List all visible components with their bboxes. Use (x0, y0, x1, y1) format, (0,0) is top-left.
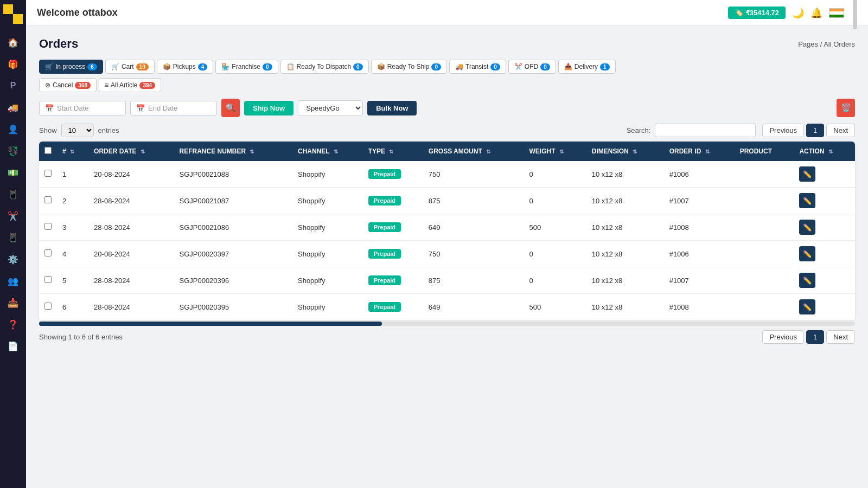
tab-ready-to-ship[interactable]: 📦 Ready To Ship 0 (371, 60, 447, 74)
tab-transist[interactable]: 🚚 Transist 0 (449, 60, 506, 74)
tab2-cancel[interactable]: ⊗ Cancel 368 (39, 78, 97, 92)
select-all-header[interactable] (39, 142, 57, 161)
checkbox-4[interactable] (44, 276, 52, 283)
checkbox-1[interactable] (44, 196, 52, 203)
entries-select[interactable]: 5 10 25 50 100 (61, 124, 94, 137)
sidebar-item-money[interactable]: 💵 (3, 163, 23, 182)
next-button-bottom[interactable]: Next (826, 330, 855, 344)
row-checkbox-0[interactable] (39, 161, 57, 188)
sidebar-item-inbox[interactable]: 📥 (3, 293, 23, 312)
sidebar-item-users[interactable]: 👥 (3, 271, 23, 291)
flag-icon[interactable] (829, 8, 844, 18)
table-scrollbar[interactable] (39, 322, 855, 326)
tab-pickups[interactable]: 📦 Pickups 4 (157, 60, 214, 74)
row-action-3[interactable]: ✏️ (794, 241, 855, 267)
tab-cart[interactable]: 🛒 Cart 10 (105, 60, 155, 74)
sidebar-item-exchange[interactable]: 💱 (3, 141, 23, 160)
col-channel[interactable]: CHANNEL ⇅ (292, 142, 363, 161)
moon-icon[interactable]: 🌙 (792, 7, 804, 19)
sidebar-item-doc[interactable]: 📄 (3, 336, 23, 356)
select-all-checkbox[interactable] (44, 147, 52, 154)
sidebar-item-shipping[interactable]: 🚚 (3, 98, 23, 117)
next-button-top[interactable]: Next (826, 124, 855, 137)
checkbox-2[interactable] (44, 223, 52, 230)
page-header: Orders Pages / All Orders (39, 37, 855, 51)
row-order-id-5: #1008 (664, 294, 735, 320)
tab-ofd[interactable]: ✂️ OFD 0 (508, 60, 556, 74)
sidebar-item-help[interactable]: ❓ (3, 314, 23, 334)
table-scrollbar-thumb[interactable] (39, 322, 382, 326)
row-type-0: Prepaid (363, 161, 423, 188)
edit-button-2[interactable]: ✏️ (799, 220, 815, 235)
col-refrance-number[interactable]: REFRANCE NUMBER ⇅ (174, 142, 292, 161)
tab-ready-to-dispatch[interactable]: 📋 Ready To Dispatch 0 (280, 60, 369, 74)
delete-button[interactable]: 🗑️ (837, 99, 855, 117)
calendar-icon-2: 📅 (136, 104, 145, 112)
col-gross-amount[interactable]: GROSS AMOUNT ⇅ (423, 142, 524, 161)
sidebar-item-mobile[interactable]: 📱 (3, 184, 23, 204)
tab-in-process[interactable]: 🛒 In process 6 (39, 60, 103, 74)
row-checkbox-5[interactable] (39, 294, 57, 320)
scrollbar[interactable] (853, 0, 857, 29)
edit-button-3[interactable]: ✏️ (799, 246, 815, 261)
row-action-0[interactable]: ✏️ (794, 161, 855, 188)
ship-now-button[interactable]: Ship Now (244, 101, 293, 115)
row-action-5[interactable]: ✏️ (794, 294, 855, 320)
prev-button-bottom[interactable]: Previous (762, 330, 804, 344)
balance-badge[interactable]: 🏷️ ₹35414.72 (728, 7, 786, 19)
col-order-id[interactable]: ORDER ID ⇅ (664, 142, 735, 161)
notification-icon[interactable]: 🔔 (810, 7, 822, 19)
prev-button-top[interactable]: Previous (762, 124, 804, 137)
search-button[interactable]: 🔍 (221, 99, 240, 117)
row-type-2: Prepaid (363, 214, 423, 241)
sidebar-item-p[interactable]: P (3, 76, 23, 95)
tab-icon-ready-to-dispatch: 📋 (286, 63, 295, 70)
search-input[interactable] (655, 124, 756, 137)
tab-franchise[interactable]: 🏪 Franchise 0 (215, 60, 278, 74)
col-weight[interactable]: WEIGHT ⇅ (524, 142, 586, 161)
row-checkbox-1[interactable] (39, 188, 57, 214)
tab2-all-article[interactable]: ≡ All Article 394 (99, 78, 161, 92)
start-date-input[interactable]: 📅 Start Date (39, 101, 126, 115)
row-checkbox-4[interactable] (39, 267, 57, 294)
col-type[interactable]: TYPE ⇅ (363, 142, 423, 161)
sidebar-item-settings[interactable]: ⚙️ (3, 249, 23, 269)
sidebar-item-user[interactable]: 👤 (3, 119, 23, 139)
end-date-input[interactable]: 📅 End Date (130, 101, 217, 115)
checkbox-0[interactable] (44, 170, 52, 177)
row-action-1[interactable]: ✏️ (794, 188, 855, 214)
edit-button-1[interactable]: ✏️ (799, 193, 815, 208)
breadcrumb: Pages / All Orders (798, 40, 855, 48)
tab-badge-ready-to-dispatch: 0 (353, 63, 363, 70)
edit-button-0[interactable]: ✏️ (799, 166, 815, 182)
row-channel-3: Shoppify (292, 241, 363, 267)
row-action-2[interactable]: ✏️ (794, 214, 855, 241)
page-1-button-top[interactable]: 1 (806, 124, 824, 137)
logo[interactable] (3, 4, 23, 24)
sidebar-item-gift[interactable]: 🎁 (3, 54, 23, 74)
sidebar-item-scissors[interactable]: ✂️ (3, 206, 23, 226)
col-action[interactable]: ACTION ⇅ (794, 142, 855, 161)
row-action-4[interactable]: ✏️ (794, 267, 855, 294)
tab-badge-cart: 10 (136, 63, 149, 70)
checkbox-5[interactable] (44, 303, 52, 310)
sidebar-item-home[interactable]: 🏠 (3, 33, 23, 52)
courier-dropdown[interactable]: SpeedyGo Other (298, 100, 363, 116)
topbar-title: Welcome ottabox (37, 7, 118, 18)
tab-delivery[interactable]: 📥 Delivery 1 (558, 60, 616, 74)
search-box: Search: (627, 124, 756, 137)
row-checkbox-3[interactable] (39, 241, 57, 267)
checkbox-3[interactable] (44, 249, 52, 256)
row-weight-4: 0 (524, 267, 586, 294)
bulk-now-button[interactable]: Bulk Now (367, 101, 417, 115)
row-checkbox-2[interactable] (39, 214, 57, 241)
edit-button-4[interactable]: ✏️ (799, 273, 815, 288)
table-row: 2 28-08-2024 SGJP00021087 Shoppify Prepa… (39, 188, 855, 214)
col-dimension[interactable]: DIMENSION ⇅ (586, 142, 664, 161)
table-row: 1 20-08-2024 SGJP00021088 Shoppify Prepa… (39, 161, 855, 188)
sidebar-item-tablet[interactable]: 📱 (3, 228, 23, 247)
edit-button-5[interactable]: ✏️ (799, 299, 815, 314)
page-1-button-bottom[interactable]: 1 (806, 330, 824, 344)
col-order-date[interactable]: ORDER DATE ⇅ (88, 142, 174, 161)
row-order-date-5: 28-08-2024 (88, 294, 174, 320)
